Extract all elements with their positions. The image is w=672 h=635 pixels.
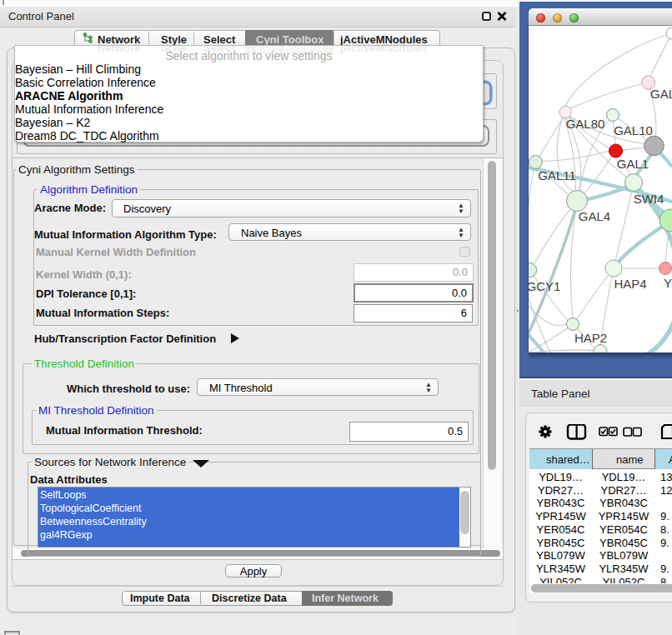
svg-text:GAL4: GAL4 xyxy=(579,209,610,223)
svg-text:GCY1: GCY1 xyxy=(529,279,560,293)
svg-text:GAL10: GAL10 xyxy=(614,123,653,138)
svg-text:GAL11: GAL11 xyxy=(538,168,576,182)
svg-text:HAP4: HAP4 xyxy=(614,277,646,291)
svg-text:Y: Y xyxy=(664,276,672,290)
svg-text:HAP2: HAP2 xyxy=(574,331,607,345)
svg-text:GAL80: GAL80 xyxy=(566,117,605,131)
svg-text:GAL8: GAL8 xyxy=(650,87,672,101)
svg-text:SWI4: SWI4 xyxy=(634,192,664,206)
svg-text:GAL1: GAL1 xyxy=(617,157,649,171)
